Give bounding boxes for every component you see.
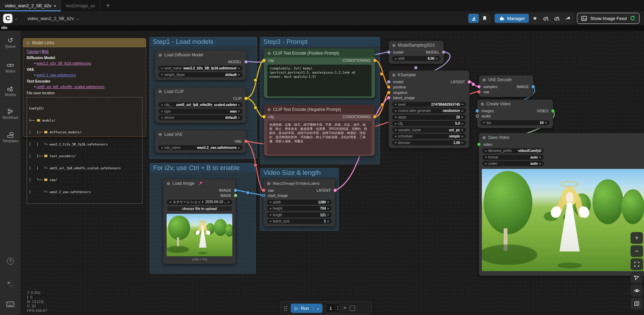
vacuum-button-2[interactable] (552, 14, 562, 23)
node-ksampler[interactable]: KSampler model LATENT positive negative … (389, 70, 469, 148)
group-title[interactable]: Step3 - Prompt (260, 37, 380, 46)
collapse-dot-icon[interactable] (268, 52, 271, 55)
stop-button[interactable] (350, 306, 355, 311)
group-title[interactable]: Video Size & length (260, 168, 338, 177)
new-tab-button[interactable]: + (100, 0, 115, 11)
toggle-visibility-button[interactable] (631, 285, 643, 296)
widget-vae-name[interactable]: ◀vae_namewan2.2_vae.safetensors▶ (158, 145, 243, 150)
node-load-diffusion-model[interactable]: Load Diffusion Model MODEL ◀unet_namewan… (155, 50, 246, 80)
tab-video-wan[interactable]: video_wan2_2_5B_ti2v ● (0, 0, 61, 11)
start-image-input-dot[interactable] (262, 194, 265, 197)
collapse-dot-icon[interactable] (392, 44, 395, 47)
widget-width[interactable]: ◀width1280▶ (267, 200, 332, 205)
model-output-dot[interactable] (244, 60, 248, 63)
positive-prompt-text[interactable]: (completely, full body) (portrait,portra… (267, 65, 372, 96)
sidebar-item-nodes[interactable]: Nodes (0, 62, 21, 73)
sidebar-item-workflows[interactable]: Workflows (0, 108, 21, 120)
share-button[interactable] (563, 14, 573, 23)
collapse-dot-icon[interactable] (167, 182, 170, 185)
video-preview[interactable] (482, 169, 644, 271)
model-output-dot[interactable] (442, 50, 445, 54)
output-image[interactable]: IMAGE (517, 85, 529, 89)
vae-input-dot[interactable] (262, 189, 265, 192)
workflow-chevron-icon[interactable]: ⌄ (76, 16, 79, 21)
collapse-dot-icon[interactable] (483, 136, 486, 139)
collapse-dot-icon[interactable] (159, 54, 162, 57)
audio-input-dot[interactable] (476, 115, 479, 118)
collapse-dot-icon[interactable] (481, 103, 484, 106)
image-output-dot[interactable] (234, 189, 237, 192)
zoom-in-button[interactable]: + (631, 232, 643, 244)
vae-output-dot[interactable] (244, 140, 248, 143)
widget-seed[interactable]: ◀seed274785682553745▶ (392, 102, 466, 107)
clip-output-dot[interactable] (244, 97, 248, 100)
model-link[interactable]: wan2.2_vae.safetensors (37, 73, 76, 77)
vacuum-button-1[interactable] (541, 14, 551, 23)
widget-weight-dtype[interactable]: ◀weight_dtypedefault▶ (158, 72, 243, 77)
input-vae[interactable]: vae (483, 90, 489, 94)
output-model[interactable]: MODEL (228, 60, 242, 64)
zoom-out-button[interactable]: − (631, 245, 643, 257)
output-conditioning[interactable]: CONDITIONING (343, 115, 371, 119)
widget-device[interactable]: ◀devicedefault▶ (158, 115, 243, 120)
output-model[interactable]: MODEL (426, 50, 439, 54)
node-clip-text-encode-negative[interactable]: CLIP Text Encode (Negative Prompt) clip … (264, 105, 375, 156)
group-title[interactable]: For i2v, use Ctrl + B to enable (150, 163, 255, 172)
latent-output-dot[interactable] (468, 80, 471, 83)
manager-button[interactable]: Manager (495, 14, 529, 23)
tutorial-zh-link[interactable]: 教程 (41, 49, 49, 54)
output-video[interactable]: VIDEO (537, 109, 549, 113)
model-input-dot[interactable] (387, 50, 390, 54)
node-clip-text-encode-positive[interactable]: CLIP Text Encode (Positive Prompt) clip … (264, 48, 375, 98)
widget-control-after-generate[interactable]: ◀control after generaterandomize▶ (392, 108, 466, 113)
widget-format[interactable]: ◀formatauto▶ (482, 155, 544, 160)
latent-image-input-dot[interactable] (387, 96, 390, 99)
collapse-dot-icon[interactable] (27, 41, 30, 45)
widget-height[interactable]: ◀height704▶ (267, 206, 332, 211)
select-mode-button[interactable] (631, 271, 643, 283)
images-input-dot[interactable] (476, 109, 479, 112)
widget-type[interactable]: ◀typewan▶ (158, 109, 243, 114)
image-output-dot[interactable] (532, 85, 535, 88)
input-images[interactable]: images (482, 109, 494, 113)
widget-sampler-name[interactable]: ◀sampler_nameuni_pc▶ (392, 127, 466, 133)
input-clip[interactable]: clip (268, 115, 274, 119)
output-conditioning[interactable]: CONDITIONING (343, 58, 371, 63)
node-create-video[interactable]: Create Video images VIDEO audio ◀fps24▶ (477, 99, 553, 128)
widget-codec[interactable]: ◀codecauto▶ (482, 161, 544, 166)
fit-view-button[interactable] (631, 258, 643, 270)
tutorial-link[interactable]: Tutorial (27, 49, 39, 54)
input-model[interactable]: model (393, 80, 403, 84)
widget-clip-name[interactable]: ◀clip_...umt5_xxl_fp8_e4m3fn_scaled.safe… (158, 102, 243, 107)
note-header[interactable]: Model Links (23, 38, 146, 47)
mask-output-dot[interactable] (234, 194, 237, 197)
clear-queue-button[interactable]: × (343, 305, 347, 312)
input-clip[interactable]: clip (268, 58, 274, 63)
node-load-vae[interactable]: Load VAE VAE ◀vae_namewan2.2_vae.safeten… (155, 130, 246, 153)
widget-image-file[interactable]: ◀スクリーンショット 2025-09-10 ...▶ (167, 200, 232, 205)
workflow-name[interactable]: video_wan2_2_5B_ti2v (27, 16, 74, 21)
output-latent[interactable]: LATENT (317, 188, 331, 192)
widget-unet-name[interactable]: ◀unet_namewan2.2_ti2v_5B_fp16.safetensor… (158, 66, 243, 71)
widget-length[interactable]: ◀length121▶ (267, 212, 332, 218)
collapse-dot-icon[interactable] (392, 74, 395, 77)
batch-count-steppers[interactable]: ▴▾ (335, 305, 340, 311)
widget-steps[interactable]: ◀steps20▶ (392, 115, 466, 120)
vae-input-dot[interactable] (477, 90, 480, 94)
comfyui-logo[interactable]: C (3, 14, 12, 23)
input-video[interactable]: video (483, 142, 492, 146)
minimap-button[interactable] (631, 298, 643, 309)
input-samples[interactable]: samples (483, 85, 497, 89)
input-audio[interactable]: audio (482, 114, 491, 118)
node-load-image[interactable]: Load Image IMAGE MASK ◀スクリーンショット 2025-09… (163, 179, 236, 264)
image-preview[interactable] (167, 214, 232, 256)
widget-batch-size[interactable]: ◀batch_size1▶ (267, 219, 332, 224)
logo-menu-chevron-icon[interactable]: ⌄ (15, 16, 18, 21)
input-latent-image[interactable]: latent_image (393, 96, 415, 100)
sidebar-item-templates[interactable]: Templates (0, 132, 21, 143)
model-link[interactable]: umt5_xxl_fp8_e4m3fn_scaled.safetensors (37, 85, 105, 89)
terminal-button[interactable]: >_ (0, 280, 21, 286)
samples-input-dot[interactable] (477, 85, 480, 88)
show-image-feed-button[interactable]: Show Image Feed (577, 13, 640, 24)
input-start-image[interactable]: start_image (268, 193, 288, 198)
